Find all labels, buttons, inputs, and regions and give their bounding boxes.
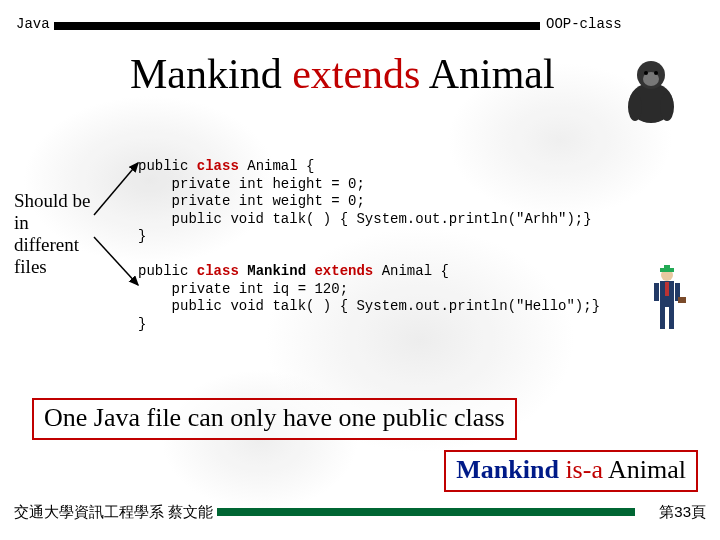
svg-point-3 <box>628 93 642 121</box>
code-line-8: private int iq = 120; <box>138 281 348 297</box>
callout-is-a: Mankind is-a Animal <box>444 450 698 492</box>
header-rule <box>40 22 610 30</box>
header-left-label: Java <box>12 16 54 32</box>
svg-rect-11 <box>664 265 670 270</box>
slide-title: Mankind extends Animal <box>130 50 555 98</box>
title-word-extends: extends <box>292 51 420 97</box>
isa-is-a: is-a <box>559 455 603 484</box>
svg-rect-15 <box>669 307 674 329</box>
svg-point-4 <box>660 93 674 121</box>
isa-animal: Animal <box>603 455 686 484</box>
svg-rect-18 <box>678 297 686 303</box>
isa-mankind: Mankind <box>456 455 559 484</box>
svg-point-5 <box>644 71 648 75</box>
header-right-label: OOP-class <box>540 16 628 32</box>
note-different-files: Should be in different files <box>14 190 96 277</box>
callout-one-public-class: One Java file can only have one public c… <box>32 398 517 440</box>
code-block: public class Animal { private int height… <box>138 158 600 333</box>
code-line-9: public void talk( ) { System.out.println… <box>138 298 600 314</box>
code-line-1: public class Animal { <box>138 158 314 174</box>
svg-rect-14 <box>660 307 665 329</box>
code-line-5: } <box>138 228 146 244</box>
svg-point-6 <box>654 71 658 75</box>
title-word-mankind: Mankind <box>130 51 292 97</box>
footer-page-number: 第33頁 <box>655 503 706 522</box>
svg-rect-13 <box>665 282 669 296</box>
svg-line-7 <box>94 163 138 215</box>
title-word-animal: Animal <box>420 51 554 97</box>
businessman-icon <box>646 265 688 333</box>
code-line-4: public void talk( ) { System.out.println… <box>138 211 592 227</box>
code-line-10: } <box>138 316 146 332</box>
svg-line-8 <box>94 237 138 285</box>
code-line-2: private int height = 0; <box>138 176 365 192</box>
footer-left: 交通大學資訊工程學系 蔡文能 <box>14 503 217 522</box>
code-line-3: private int weight = 0; <box>138 193 365 209</box>
code-line-7: public class Mankind extends Animal { <box>138 263 449 279</box>
svg-rect-16 <box>654 283 659 301</box>
gorilla-icon <box>617 55 685 125</box>
footer-rule <box>205 508 635 516</box>
